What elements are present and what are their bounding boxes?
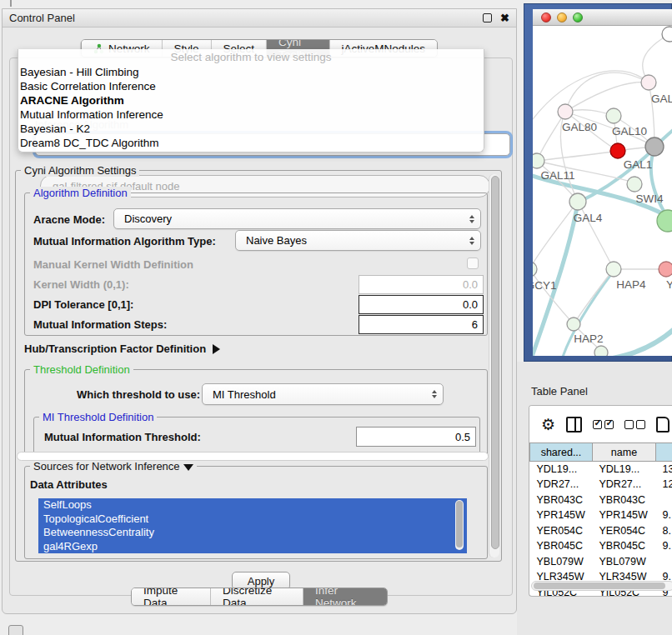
attribute-item[interactable]: BetweennessCentrality <box>38 526 467 540</box>
table-row[interactable]: YPR145WYPR145W9. <box>530 508 672 523</box>
network-node[interactable] <box>606 108 621 123</box>
column-header[interactable]: shared... <box>530 443 593 462</box>
table-cell: YPR145W <box>593 508 656 523</box>
select-all-columns-icon[interactable] <box>593 420 614 429</box>
table-row[interactable]: YBR043CYBR043C <box>530 492 672 508</box>
close-icon[interactable]: ✖ <box>500 12 509 23</box>
network-node[interactable] <box>610 143 625 158</box>
mi-threshold-field[interactable]: 0.5 <box>356 427 476 447</box>
aracne-mode-combobox[interactable]: Discovery <box>113 208 481 229</box>
table-horizontal-scrollbar[interactable] <box>531 581 672 591</box>
network-node[interactable] <box>627 177 642 192</box>
which-threshold-combobox[interactable]: MI Threshold <box>202 383 444 405</box>
network-node[interactable] <box>569 193 586 210</box>
kernel-width-value: 0.0 <box>463 278 478 291</box>
sources-title-text: Sources for Network Inference <box>33 460 180 472</box>
tab-impute-data[interactable]: Impute Data <box>132 588 211 605</box>
manual-kernel-label: Manual Kernel Width Definition <box>33 258 193 271</box>
dropdown-item-basic-correlation-inference[interactable]: Basic Correlation Inference <box>18 79 484 93</box>
attribute-list-scrollbar[interactable] <box>455 500 464 550</box>
aracne-mode-value: Discovery <box>124 212 172 225</box>
network-edge <box>565 72 649 112</box>
network-node[interactable] <box>662 27 672 42</box>
minimize-traffic-light[interactable] <box>557 12 567 22</box>
kernel-width-field[interactable]: 0.0 <box>359 275 484 294</box>
threshold-definition-group: Threshold Definition Which threshold to … <box>24 369 488 459</box>
which-threshold-value: MI Threshold <box>213 388 276 401</box>
table-row[interactable]: YBL079WYBL079W <box>530 554 672 570</box>
columns-icon[interactable] <box>566 417 582 432</box>
mi-type-label: Mutual Information Algorithm Type: <box>33 235 216 248</box>
network-view-window[interactable]: GALGAL80GAL10GAL1GAL11SWI4GAL4GCY1HAP4YH… <box>524 3 672 362</box>
attribute-item[interactable]: SelfLoops <box>38 498 467 512</box>
node-label: HAP4 <box>616 278 646 291</box>
network-node[interactable] <box>533 262 537 277</box>
network-node[interactable] <box>533 153 544 168</box>
dpi-tolerance-field[interactable]: 0.0 <box>359 295 484 314</box>
tab-infer-network[interactable]: Infer Network <box>303 588 387 605</box>
data-attributes-list[interactable]: SelfLoopsTopologicalCoefficientBetweenne… <box>38 498 467 553</box>
network-node[interactable] <box>567 318 580 331</box>
node-label: GAL4 <box>574 212 603 224</box>
deselect-all-columns-icon[interactable] <box>624 420 645 429</box>
tab-label: Impute Data <box>143 588 198 606</box>
gear-icon[interactable]: ⚙ <box>541 417 555 432</box>
mi-type-combobox[interactable]: Naive Bayes <box>235 230 481 251</box>
network-node[interactable] <box>659 262 672 277</box>
dropdown-item-aracne-algorithm[interactable]: ARACNE Algorithm <box>18 93 484 108</box>
sources-title[interactable]: Sources for Network Inference <box>30 460 197 472</box>
network-node[interactable] <box>606 262 621 277</box>
network-graph: GALGAL80GAL10GAL1GAL11SWI4GAL4GCY1HAP4YH… <box>533 26 672 356</box>
network-node[interactable] <box>645 138 664 156</box>
mi-threshold-title: MI Threshold Definition <box>39 411 157 423</box>
table-row[interactable]: YDR27...YDR27...12 <box>530 477 672 492</box>
network-window-titlebar[interactable] <box>533 9 672 26</box>
table-toolbar: ⚙ <box>529 406 672 442</box>
dropdown-placeholder: Select algorithm to view settings <box>18 51 484 65</box>
settings-horizontal-scrollbar[interactable] <box>17 452 489 461</box>
column-header[interactable]: A <box>656 443 672 462</box>
window-top-notch <box>10 0 12 7</box>
control-panel-titlebar[interactable]: Control Panel ✖ <box>3 9 516 28</box>
table-cell: 13 <box>656 462 672 478</box>
network-node[interactable] <box>641 75 656 90</box>
kernel-width-label: Kernel Width (0,1): <box>33 278 129 291</box>
mi-steps-field[interactable]: 6 <box>359 315 484 334</box>
table-row[interactable]: YER054CYER054C8. <box>530 523 672 539</box>
table-row[interactable]: YDL19...YDL19...13 <box>530 462 672 478</box>
node-table[interactable]: shared...nameA YDL19...YDL19...13YDR27..… <box>529 442 672 597</box>
network-canvas[interactable]: GALGAL80GAL10GAL1GAL11SWI4GAL4GCY1HAP4YH… <box>533 26 672 356</box>
manual-kernel-checkbox[interactable] <box>467 258 479 269</box>
network-node[interactable] <box>594 346 608 356</box>
attribute-item[interactable]: gal4RGexp <box>38 540 467 554</box>
threshold-definition-title: Threshold Definition <box>30 363 133 376</box>
network-node[interactable] <box>558 104 573 119</box>
dpi-tolerance-label: DPI Tolerance [0,1]: <box>33 298 133 311</box>
dropdown-item-dream8-dc-tdc-algorithm[interactable]: Dream8 DC_TDC Algorithm <box>18 136 484 150</box>
settings-scrollbar[interactable] <box>489 174 499 558</box>
close-traffic-light[interactable] <box>541 12 551 22</box>
column-header[interactable]: name <box>593 443 656 462</box>
table-cell: YBR043C <box>530 492 593 508</box>
corner-grid-button[interactable] <box>8 625 23 635</box>
dropdown-item-bayesian-k2[interactable]: Bayesian - K2 <box>18 122 484 136</box>
dropdown-item-mutual-information-inference[interactable]: Mutual Information Inference <box>18 108 484 122</box>
cyni-settings-title: Cyni Algorithm Settings <box>21 164 139 177</box>
tab-discretize-data[interactable]: Discretize Data <box>211 588 303 605</box>
table-cell: YBR045C <box>593 538 656 554</box>
network-edge <box>565 82 649 112</box>
zoom-traffic-light[interactable] <box>573 12 583 22</box>
node-label: GAL1 <box>624 158 653 171</box>
mi-type-value: Naive Bayes <box>246 234 307 247</box>
float-window-icon[interactable] <box>483 13 492 22</box>
stepper-arrows-icon <box>469 215 474 223</box>
node-label: Y <box>666 278 672 291</box>
dropdown-item-bayesian-hill-climbing[interactable]: Bayesian - Hill Climbing <box>18 65 484 79</box>
hub-definition-expander[interactable]: Hub/Transcription Factor Definition <box>24 342 220 355</box>
desktop: Control Panel ✖ NetworkStyleSelectCyni T… <box>0 0 672 635</box>
export-table-icon[interactable] <box>656 417 669 432</box>
table-row[interactable]: YBR045CYBR045C9. <box>530 538 672 554</box>
attribute-item[interactable]: TopologicalCoefficient <box>38 512 467 527</box>
collapse-down-icon <box>183 464 193 471</box>
table-cell: YDL19... <box>530 462 593 478</box>
